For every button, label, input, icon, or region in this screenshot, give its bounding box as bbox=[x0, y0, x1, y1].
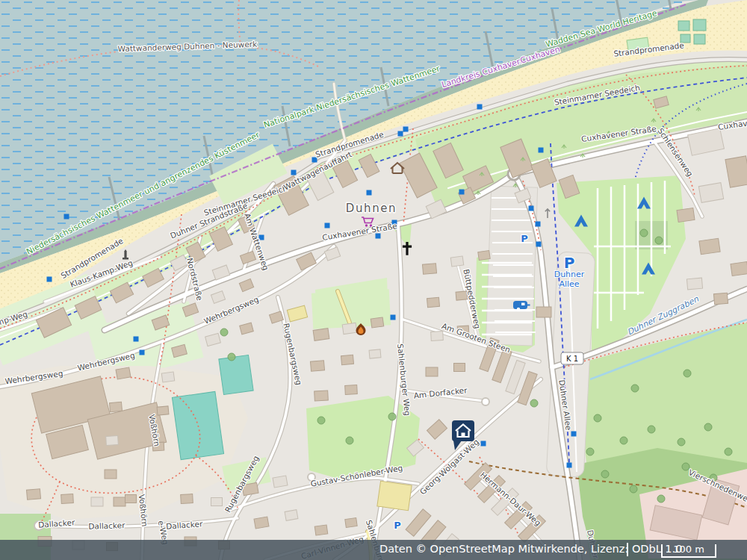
map-viewport[interactable]: PPP Wattwanderweg Duhnen - NeuwerkNieder… bbox=[0, 0, 747, 560]
road-ref-text: K 1 bbox=[566, 355, 578, 363]
map-label-duhnen: Duhnen bbox=[346, 202, 397, 215]
attribution-bar: Daten © OpenStreetMap Mitwirkende, Lizen… bbox=[0, 540, 747, 560]
parking-icon: P bbox=[394, 520, 401, 531]
map-label-dallacker: Dallacker bbox=[88, 520, 125, 531]
svg-text:P: P bbox=[521, 233, 528, 244]
map-label-duhner: Duhner bbox=[554, 270, 585, 279]
scale-label: 100 m bbox=[663, 544, 715, 555]
svg-text:P: P bbox=[394, 520, 401, 531]
parking-icon: P bbox=[521, 233, 528, 244]
map-canvas[interactable]: PPP Wattwanderweg Duhnen - NeuwerkNieder… bbox=[0, 0, 747, 560]
road-ref-badge: K 1 bbox=[561, 352, 583, 364]
map-label-allee: Allee bbox=[559, 279, 579, 289]
attribution-text: Daten © OpenStreetMap Mitwirkende, Lizen… bbox=[379, 543, 682, 555]
bar-divider bbox=[627, 543, 628, 556]
scale-bar: 100 m bbox=[661, 544, 716, 558]
